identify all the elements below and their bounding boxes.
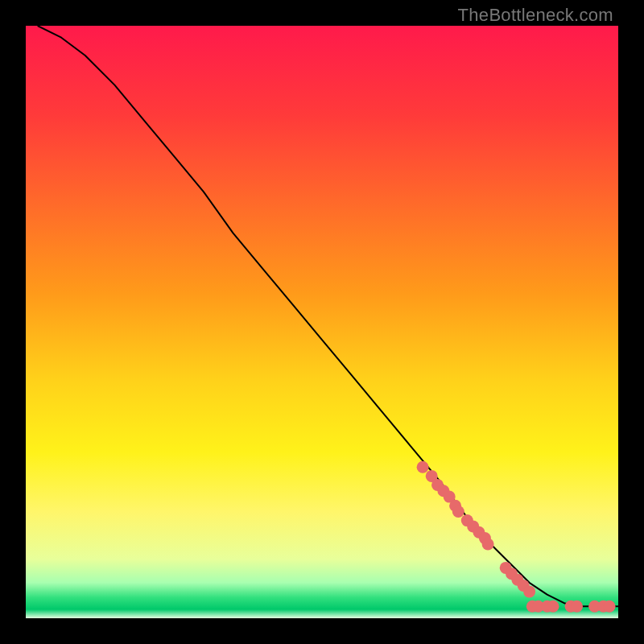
scatter-marker (604, 601, 616, 613)
scatter-marker (482, 539, 494, 551)
gradient-background (26, 26, 618, 618)
watermark-text: TheBottleneck.com (458, 5, 613, 26)
chart-stage: TheBottleneck.com (0, 0, 644, 644)
plot-area (26, 26, 618, 618)
scatter-marker (547, 601, 559, 613)
scatter-marker (523, 585, 535, 597)
chart-svg (26, 26, 618, 618)
scatter-marker (417, 461, 429, 473)
scatter-marker (571, 601, 583, 613)
scatter-marker (452, 506, 464, 518)
